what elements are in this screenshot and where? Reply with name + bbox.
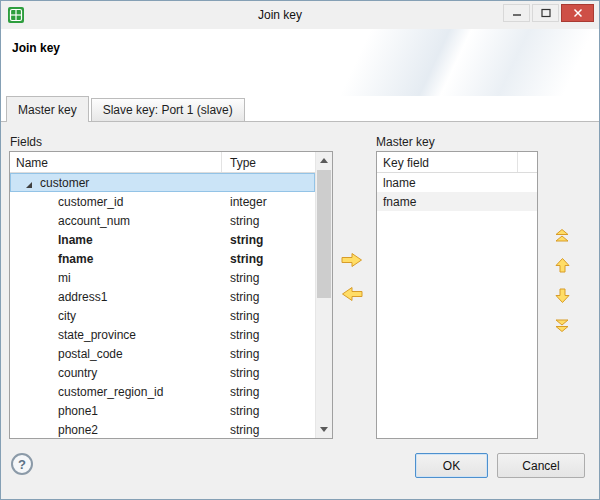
field-row-country[interactable]: countrystring — [10, 363, 315, 382]
field-row-postal_code[interactable]: postal_codestring — [10, 344, 315, 363]
remove-key-button[interactable] — [337, 283, 367, 307]
master-key-table-body: lnamefname — [377, 173, 537, 211]
master-key-label: Master key — [376, 135, 435, 149]
fields-label: Fields — [10, 135, 42, 149]
tree-expander-icon[interactable] — [25, 178, 33, 186]
add-key-button[interactable] — [337, 249, 367, 273]
field-type: integer — [222, 195, 315, 209]
field-row-fname[interactable]: fnamestring — [10, 249, 315, 268]
dialog-header: Join key — [1, 29, 599, 96]
cancel-button[interactable]: Cancel — [497, 453, 585, 478]
field-row-customer[interactable]: customer — [10, 173, 315, 192]
fields-table-header: Name Type — [10, 152, 315, 173]
column-header-name[interactable]: Name — [10, 152, 222, 172]
master-key-table: Key field lnamefname — [376, 151, 538, 439]
field-type: string — [222, 252, 315, 266]
field-row-state_province[interactable]: state_provincestring — [10, 325, 315, 344]
field-name: state_province — [10, 328, 222, 342]
field-name: customer — [10, 176, 222, 190]
field-type: string — [222, 328, 315, 342]
field-type: string — [222, 347, 315, 361]
move-up-button[interactable] — [549, 255, 575, 278]
scrollbar[interactable] — [315, 152, 332, 438]
titlebar[interactable]: Join key — [1, 1, 599, 29]
ok-button[interactable]: OK — [415, 453, 488, 478]
field-name: lname — [10, 233, 222, 247]
field-name: customer_id — [10, 195, 222, 209]
window-controls — [503, 4, 594, 22]
dialog-header-title: Join key — [12, 41, 60, 55]
move-top-button[interactable] — [549, 225, 575, 248]
scroll-down-icon[interactable] — [316, 421, 332, 438]
arrow-left-icon — [341, 286, 363, 305]
field-row-customer_region_id[interactable]: customer_region_idstring — [10, 382, 315, 401]
field-type: string — [222, 423, 315, 437]
transfer-buttons — [337, 249, 367, 307]
arrow-up-icon — [555, 258, 570, 276]
key-row-lname[interactable]: lname — [377, 173, 537, 192]
tab-master-key[interactable]: Master key — [6, 96, 89, 122]
field-type: string — [222, 385, 315, 399]
order-buttons — [549, 225, 575, 338]
field-type: string — [222, 290, 315, 304]
field-name: postal_code — [10, 347, 222, 361]
scroll-up-icon[interactable] — [316, 152, 332, 169]
field-type: string — [222, 271, 315, 285]
double-arrow-up-icon — [555, 229, 569, 245]
field-name: mi — [10, 271, 222, 285]
field-row-mi[interactable]: mistring — [10, 268, 315, 287]
field-name: city — [10, 309, 222, 323]
fields-table: Name Type customercustomer_idintegeracco… — [9, 151, 333, 439]
tab-slave-key[interactable]: Slave key: Port 1 (slave) — [91, 98, 245, 121]
field-row-account_num[interactable]: account_numstring — [10, 211, 315, 230]
maximize-icon[interactable] — [532, 4, 559, 22]
field-row-customer_id[interactable]: customer_idinteger — [10, 192, 315, 211]
field-name: fname — [10, 252, 222, 266]
field-name: customer_region_id — [10, 385, 222, 399]
field-type: string — [222, 309, 315, 323]
key-row-fname[interactable]: fname — [377, 192, 537, 211]
arrow-down-icon — [555, 288, 570, 306]
close-icon[interactable] — [561, 4, 594, 22]
arrow-right-icon — [341, 252, 363, 271]
tab-bar: Master key Slave key: Port 1 (slave) — [1, 96, 599, 122]
move-bottom-button[interactable] — [549, 315, 575, 338]
field-row-phone1[interactable]: phone1string — [10, 401, 315, 420]
column-header-type[interactable]: Type — [222, 152, 315, 172]
field-row-city[interactable]: citystring — [10, 306, 315, 325]
field-name: phone2 — [10, 423, 222, 437]
field-type: string — [222, 233, 315, 247]
fields-table-body: customercustomer_idintegeraccount_numstr… — [10, 173, 315, 438]
column-header-key-field[interactable]: Key field — [377, 152, 537, 173]
double-arrow-down-icon — [555, 319, 569, 335]
field-name: phone1 — [10, 404, 222, 418]
field-row-lname[interactable]: lnamestring — [10, 230, 315, 249]
field-name: country — [10, 366, 222, 380]
window-title: Join key — [61, 8, 499, 22]
field-type: string — [222, 404, 315, 418]
field-name: account_num — [10, 214, 222, 228]
app-icon — [8, 7, 24, 23]
field-type: string — [222, 366, 315, 380]
join-key-dialog: Join key Join key Master key Slave key: … — [0, 0, 600, 500]
move-down-button[interactable] — [549, 285, 575, 308]
field-type: string — [222, 214, 315, 228]
help-button[interactable]: ? — [11, 453, 33, 475]
scroll-thumb[interactable] — [317, 170, 331, 298]
field-row-phone2[interactable]: phone2string — [10, 420, 315, 438]
minimize-icon[interactable] — [503, 4, 530, 22]
field-row-address1[interactable]: address1string — [10, 287, 315, 306]
field-name: address1 — [10, 290, 222, 304]
